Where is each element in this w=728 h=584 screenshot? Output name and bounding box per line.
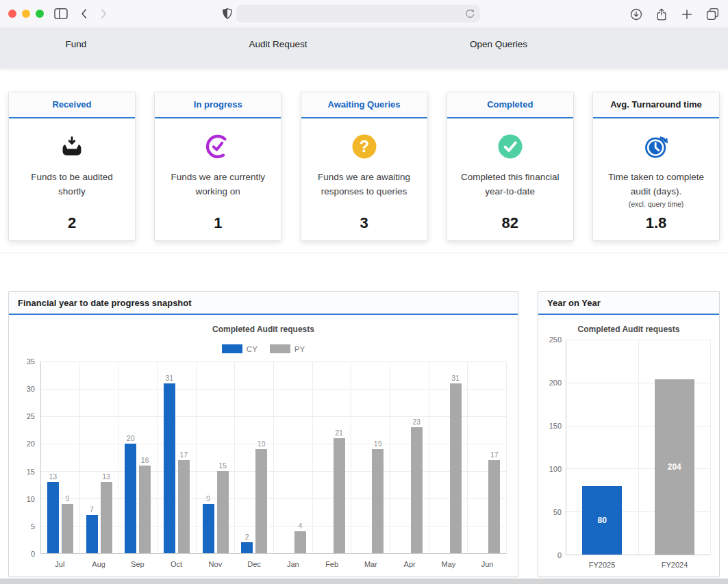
bar-value-label: 17 — [180, 450, 188, 459]
gridline — [41, 471, 506, 472]
bar-cy-nov — [203, 504, 214, 553]
bar-py-may — [450, 383, 462, 553]
x-axis-tick-label: Oct — [157, 560, 196, 571]
y-axis-tick-label: 50 — [541, 508, 562, 516]
x-axis: FY2025FY2024 — [566, 561, 711, 572]
nav-item-open-queries[interactable]: Open Queries — [470, 39, 527, 49]
new-tab-icon[interactable] — [680, 8, 694, 21]
bar-py-jun — [488, 460, 500, 553]
zoom-window-button[interactable] — [36, 10, 44, 18]
bar-py-nov — [217, 471, 229, 553]
bar-completed-audit-requests-fy2024: 204 — [655, 379, 694, 555]
bar-group-aug: 713 — [79, 361, 118, 553]
chart-title: Completed Audit requests — [9, 325, 518, 334]
y-axis-tick-label: 0 — [541, 551, 562, 559]
x-axis-tick-label: Jan — [274, 560, 313, 571]
nav-item-fund[interactable]: Fund — [66, 39, 87, 49]
minimize-window-button[interactable] — [22, 10, 30, 18]
card-title: Avg. Turnaround time — [593, 92, 719, 118]
card-description: Funds we are awaiting responses to queri… — [315, 170, 414, 199]
card-value: 1 — [214, 214, 222, 232]
bar-value-label: 80 — [582, 516, 622, 525]
share-icon[interactable] — [655, 8, 668, 21]
kpi-cards-row: Received Funds to be audited shortly 2 I… — [8, 92, 720, 241]
x-axis-tick-label: May — [429, 560, 468, 571]
x-axis-tick-label: FY2024 — [638, 561, 711, 572]
chart-legend: CY PY — [9, 344, 518, 353]
y-axis-tick-label: 200 — [541, 379, 562, 387]
y-axis-tick-label: 25 — [13, 412, 35, 420]
bar-py-mar — [372, 449, 384, 553]
card-avg-turnaround[interactable]: Avg. Turnaround time Time taken to compl… — [592, 92, 720, 241]
bar-group-feb: 21 — [312, 361, 351, 553]
gridline — [41, 361, 506, 362]
card-value: 3 — [360, 214, 368, 232]
card-description: Funds to be audited shortly — [23, 170, 121, 199]
bar-value-label: 31 — [166, 374, 174, 382]
legend-label-py: PY — [294, 345, 305, 353]
x-axis-tick-label: Nov — [196, 560, 235, 571]
card-in-progress[interactable]: In progress Funds we are currently worki… — [154, 92, 281, 241]
reload-icon[interactable] — [464, 8, 476, 20]
privacy-shield-icon[interactable] — [221, 6, 234, 21]
x-axis-tick-label: FY2025 — [566, 561, 638, 572]
bar-cy-oct — [164, 383, 175, 553]
legend-swatch-py — [270, 344, 290, 353]
close-window-button[interactable] — [8, 10, 16, 18]
x-axis-tick-label: Aug — [79, 560, 118, 571]
x-axis-tick-label: Jul — [40, 560, 79, 571]
tab-overview-icon[interactable] — [705, 7, 720, 21]
back-icon[interactable] — [78, 8, 90, 20]
bar-group-oct: 3117 — [157, 361, 196, 553]
top-nav: Fund Audit Request Open Queries — [0, 28, 728, 68]
bar-value-label: 7 — [90, 505, 94, 513]
gridline — [41, 389, 506, 390]
y-axis-tick-label: 20 — [13, 440, 35, 448]
bar-completed-audit-requests-fy2025: 80 — [582, 486, 622, 555]
monthly-progress-panel: Financial year to date progress snapshot… — [8, 291, 518, 577]
sidebar-icon[interactable] — [53, 8, 68, 20]
card-title: Awaiting Queries — [301, 92, 427, 118]
x-axis-tick-label: Dec — [235, 560, 274, 571]
bar-value-label: 204 — [655, 462, 694, 472]
bar-py-sep — [139, 466, 151, 553]
y-axis: 050100150200250 — [541, 340, 562, 555]
card-received[interactable]: Received Funds to be audited shortly 2 — [8, 92, 136, 241]
bar-cy-aug — [86, 515, 98, 553]
check-circle-icon — [496, 132, 525, 161]
legend-item-cy: CY — [222, 344, 258, 353]
forward-icon[interactable] — [97, 8, 110, 20]
bar-py-aug — [101, 482, 112, 553]
address-bar[interactable] — [236, 5, 480, 23]
legend-item-py: PY — [270, 344, 305, 353]
bar-py-apr — [411, 427, 423, 553]
browser-chrome — [0, 0, 728, 27]
card-title: Received — [9, 92, 135, 118]
card-value: 82 — [502, 214, 518, 232]
bar-group-sep: 2016 — [118, 361, 157, 553]
bar-group-apr: 23 — [390, 361, 429, 553]
panel-title: Financial year to date progress snapshot — [9, 292, 518, 315]
bar-py-jul — [62, 504, 73, 553]
card-completed[interactable]: Completed Completed this financial year-… — [447, 92, 574, 241]
x-axis-tick-label: Apr — [390, 560, 429, 571]
monthly-bar-chart: 1397132016311791521942119233117 — [40, 361, 507, 554]
bar-cy-dec — [241, 542, 253, 553]
bar-value-label: 13 — [102, 472, 110, 481]
y-axis-tick-label: 30 — [13, 385, 35, 393]
gridline — [41, 416, 506, 417]
y-axis-tick-label: 150 — [541, 422, 562, 430]
card-title: In progress — [155, 92, 281, 118]
downloads-icon[interactable] — [629, 8, 643, 21]
card-value: 1.8 — [646, 214, 667, 232]
card-awaiting-queries[interactable]: Awaiting Queries ? Funds we are awaiting… — [301, 92, 428, 241]
page-bottom-strip — [0, 579, 728, 584]
y-axis-tick-label: 35 — [13, 357, 35, 366]
gridline — [566, 340, 710, 340]
section-divider — [0, 253, 728, 253]
bar-value-label: 15 — [218, 461, 227, 470]
nav-item-audit-request[interactable]: Audit Request — [249, 39, 307, 49]
bar-py-jan — [294, 531, 306, 553]
bar-group-mar: 19 — [351, 361, 390, 553]
progress-check-icon — [204, 133, 231, 160]
